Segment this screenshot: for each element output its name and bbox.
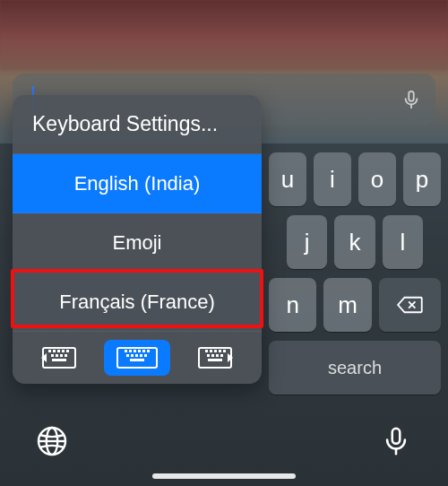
mic-icon <box>381 426 411 456</box>
language-francais-france[interactable]: Français (France) <box>13 273 262 332</box>
key-label: o <box>371 166 383 194</box>
mic-button[interactable] <box>376 421 416 461</box>
key-n[interactable]: n <box>269 278 316 332</box>
key-label: m <box>338 291 358 319</box>
key-l[interactable]: l <box>383 215 423 269</box>
key-row-2: j k l <box>287 215 423 269</box>
key-label: k <box>349 229 360 256</box>
key-u[interactable]: u <box>269 152 306 206</box>
dock-full-button[interactable] <box>104 340 170 376</box>
globe-icon <box>36 425 68 457</box>
key-row-3: n m <box>269 278 441 332</box>
keyboard-bottom-bar <box>0 409 448 486</box>
key-k[interactable]: k <box>334 215 375 269</box>
backspace-icon <box>396 295 423 315</box>
svg-rect-7 <box>392 429 401 444</box>
key-label: u <box>281 166 294 194</box>
search-key[interactable]: search <box>269 341 441 395</box>
key-label: p <box>416 166 428 194</box>
keyboard-dock-left-icon <box>42 347 76 369</box>
dictation-icon[interactable] <box>400 88 423 111</box>
keyboard-switcher-popover: Keyboard Settings... English (India) Emo… <box>13 95 262 384</box>
dock-left-button[interactable] <box>26 340 92 376</box>
home-indicator[interactable] <box>152 473 296 479</box>
backspace-key[interactable] <box>379 278 441 332</box>
key-label: i <box>330 166 335 194</box>
item-label: Keyboard Settings... <box>32 112 218 136</box>
svg-rect-0 <box>409 91 414 101</box>
key-label: l <box>400 229 405 256</box>
key-j[interactable]: j <box>287 215 327 269</box>
key-label: n <box>286 291 298 319</box>
status-blur <box>0 0 448 70</box>
key-label: search <box>328 358 382 378</box>
keyboard-settings-item[interactable]: Keyboard Settings... <box>13 95 262 154</box>
language-english-india[interactable]: English (India) <box>13 154 262 213</box>
language-emoji[interactable]: Emoji <box>13 213 262 273</box>
item-label: Français (France) <box>59 291 215 314</box>
key-row-1: u i o p <box>269 152 441 206</box>
globe-button[interactable] <box>32 421 72 461</box>
key-row-4: search <box>269 341 441 395</box>
key-label: j <box>305 229 310 256</box>
item-label: Emoji <box>112 231 161 255</box>
key-p[interactable]: p <box>403 152 441 206</box>
screen: u i o p j k l n m search <box>0 0 448 486</box>
keyboard-dock-right-icon <box>198 347 232 369</box>
key-o[interactable]: o <box>358 152 396 206</box>
keyboard-full-icon <box>116 347 158 369</box>
keyboard-mode-row <box>13 332 262 384</box>
key-i[interactable]: i <box>314 152 351 206</box>
dock-right-button[interactable] <box>182 340 248 376</box>
key-m[interactable]: m <box>323 278 371 332</box>
item-label: English (India) <box>74 172 201 195</box>
